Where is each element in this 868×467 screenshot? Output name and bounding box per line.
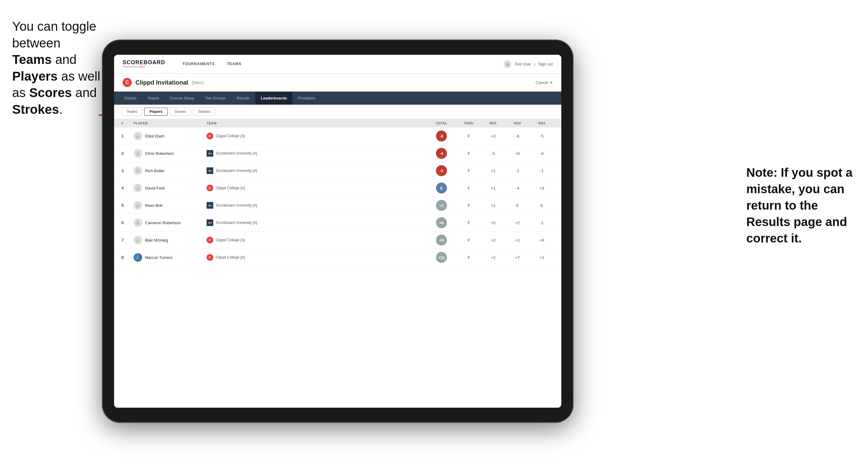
rd3: E: [530, 203, 554, 208]
header-nav: TOURNAMENTS TEAMS: [176, 55, 503, 74]
rd2: +7: [505, 255, 530, 260]
rank: 8: [121, 255, 133, 260]
team-name: Clippd College [A]: [216, 238, 245, 242]
thru: F: [457, 134, 481, 138]
team-name: Scoreboard University [A]: [216, 151, 257, 155]
leaderboard-table: # PLAYER TEAM TOTAL THRU RD1 RD2 RD3 1 E…: [114, 119, 561, 408]
sub-nav-leaderboards[interactable]: Leaderboards: [255, 92, 292, 105]
right-annotation: Note: If you spot a mistake, you can ret…: [746, 164, 862, 246]
toggle-scores[interactable]: Scores: [169, 108, 191, 116]
rd2: +1: [505, 238, 530, 243]
sign-out-link[interactable]: Sign out: [538, 62, 553, 66]
sub-nav-results[interactable]: Results: [231, 92, 255, 105]
score-badge: +8: [436, 235, 447, 246]
rd2: -6: [505, 134, 530, 138]
team-name: Scoreboard University [A]: [216, 203, 257, 208]
col-rd1: RD1: [481, 121, 505, 125]
rd1: +3: [481, 134, 505, 138]
player-cell: Chris Robertson: [133, 149, 207, 158]
rd3: -1: [530, 221, 554, 225]
total-score: -2: [426, 165, 457, 176]
svg-point-7: [137, 221, 139, 223]
player-cell: Rich Butler: [133, 166, 207, 175]
player-cell: Marcus Turners: [133, 253, 207, 262]
rd1: -5: [481, 151, 505, 156]
team-cell: C Clippd College [A]: [207, 133, 426, 139]
team-logo: C: [207, 237, 213, 243]
team-name: Clippd College [A]: [216, 255, 245, 259]
rank: 4: [121, 186, 133, 190]
score-badge: -4: [436, 148, 447, 159]
rank: 7: [121, 238, 133, 243]
team-logo: SU: [207, 202, 213, 209]
table-row: 8 Marcus Turners C Clippd College [A] +1…: [114, 249, 561, 266]
rd1: +5: [481, 221, 505, 225]
team-logo: SU: [207, 167, 213, 174]
team-cell: C Clippd College [A]: [207, 237, 426, 243]
rd2: +5: [505, 151, 530, 156]
toggle-teams[interactable]: Teams: [121, 108, 143, 116]
col-team: TEAM: [207, 121, 426, 125]
toggle-players[interactable]: Players: [144, 108, 168, 116]
team-cell: C Clippd College [A]: [207, 254, 426, 261]
cancel-button[interactable]: Cancel ✕: [536, 80, 553, 85]
thru: F: [457, 151, 481, 156]
table-row: 4 David Ford C Clippd College [A] E F +1…: [114, 180, 561, 197]
sub-nav-tee-groups[interactable]: Tee Groups: [200, 92, 231, 105]
player-avatar: [133, 184, 142, 192]
toggle-strokes[interactable]: Strokes: [193, 108, 216, 116]
table-row: 1 Elliot Ebert C Clippd College [A] -8 F…: [114, 127, 561, 145]
app-header: SCOREBOARD Powered by clippd TOURNAMENTS…: [114, 55, 561, 74]
player-avatar: [133, 149, 142, 158]
nav-tab-tournaments[interactable]: TOURNAMENTS: [176, 55, 221, 74]
svg-point-4: [137, 169, 139, 171]
player-name: Cameron Robertson: [145, 221, 181, 225]
team-name: Scoreboard University [A]: [216, 168, 257, 173]
rd3: +2: [530, 255, 554, 260]
rd2: E: [505, 203, 530, 208]
col-player: PLAYER: [133, 121, 207, 125]
user-separator: |: [534, 62, 535, 66]
table-header: # PLAYER TEAM TOTAL THRU RD1 RD2 RD3: [114, 119, 561, 127]
rd3: +6: [530, 238, 554, 243]
team-name: Scoreboard University [A]: [216, 221, 257, 225]
rd3: -4: [530, 151, 554, 156]
user-name: Test User: [515, 62, 531, 66]
score-badge: -2: [436, 165, 447, 176]
thru: F: [457, 168, 481, 173]
rd1: +2: [481, 238, 505, 243]
sub-nav-course-setup[interactable]: Course Setup: [164, 92, 200, 105]
col-rank: #: [121, 121, 133, 125]
total-score: +1: [426, 200, 457, 211]
sub-nav-printables[interactable]: Printables: [292, 92, 321, 105]
player-cell: Elliot Ebert: [133, 132, 207, 140]
logo-title: SCOREBOARD: [123, 60, 165, 65]
score-badge: +1: [436, 200, 447, 211]
score-badge: E: [436, 183, 447, 193]
thru: F: [457, 255, 481, 260]
col-thru: THRU: [457, 121, 481, 125]
player-cell: Blair McHarg: [133, 236, 207, 244]
rd3: -1: [530, 168, 554, 173]
sub-nav-details[interactable]: Details: [119, 92, 142, 105]
rd1: +2: [481, 255, 505, 260]
tablet-frame: SCOREBOARD Powered by clippd TOURNAMENTS…: [102, 39, 574, 423]
sub-navigation: Details Teams Course Setup Tee Groups Re…: [114, 92, 561, 105]
team-logo: SU: [207, 219, 213, 226]
tournament-gender: (Men): [192, 80, 204, 85]
total-score: E: [426, 183, 457, 193]
logo-subtitle: Powered by clippd: [123, 65, 165, 68]
app-logo: SCOREBOARD Powered by clippd: [123, 60, 165, 68]
player-name: David Ford: [145, 186, 164, 190]
thru: F: [457, 238, 481, 243]
rd2: +2: [505, 221, 530, 225]
total-score: +11: [426, 252, 457, 263]
tournament-name: Clippd Invitational: [135, 79, 188, 86]
sub-nav-teams[interactable]: Teams: [142, 92, 164, 105]
table-row: 7 Blair McHarg C Clippd College [A] +8 F…: [114, 231, 561, 249]
table-row: 2 Chris Robertson SU Scoreboard Universi…: [114, 145, 561, 162]
team-cell: SU Scoreboard University [A]: [207, 219, 426, 226]
nav-tab-teams[interactable]: TEAMS: [221, 55, 247, 74]
score-badge: +6: [436, 217, 447, 228]
player-avatar: [133, 236, 142, 244]
